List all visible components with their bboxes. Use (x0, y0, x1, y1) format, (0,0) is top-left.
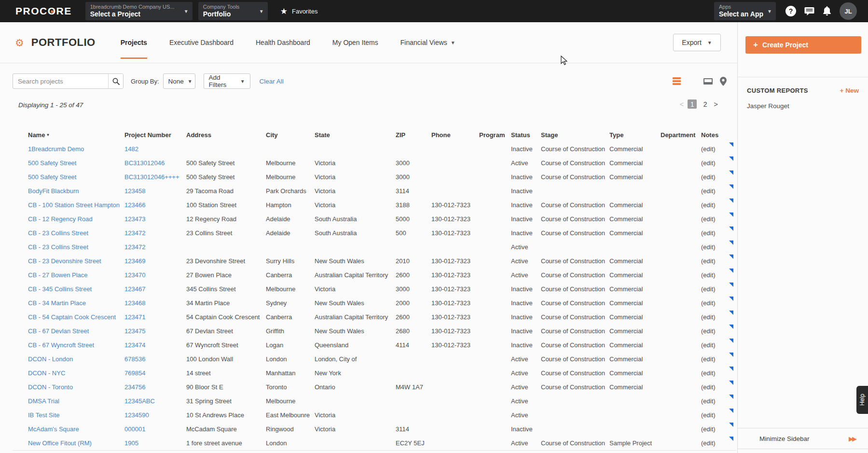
project-name-link[interactable]: 1Breadcrumb Demo (28, 145, 124, 153)
project-number-link[interactable]: 123466 (124, 201, 186, 209)
project-name-link[interactable]: BodyFit Blackburn (28, 187, 124, 195)
create-project-button[interactable]: + Create Project (745, 36, 861, 54)
edit-link[interactable]: (edit) (701, 383, 725, 391)
edit-link[interactable]: (edit) (701, 215, 725, 223)
project-name-link[interactable]: CB - 67 Devlan Street (28, 327, 124, 335)
minimize-sidebar-button[interactable]: Minimize Sidebar ▶▶ (738, 428, 868, 449)
project-name-link[interactable]: CB - 345 Collins Street (28, 285, 124, 293)
list-view-icon[interactable] (673, 77, 681, 85)
edit-link[interactable]: (edit) (701, 313, 725, 321)
column-header-notes[interactable]: Notes (701, 131, 725, 139)
edit-link[interactable]: (edit) (701, 327, 725, 335)
project-number-link[interactable]: 12345ABC (124, 397, 186, 405)
new-report-link[interactable]: + New (840, 87, 859, 94)
edit-link[interactable]: (edit) (701, 257, 725, 265)
project-number-link[interactable]: 1905 (124, 439, 186, 447)
project-name-link[interactable]: DMSA Trial (28, 397, 124, 405)
project-number-link[interactable]: 1482 (124, 145, 186, 153)
column-header-program[interactable]: Program (479, 131, 511, 139)
edit-link[interactable]: (edit) (701, 159, 725, 167)
project-name-link[interactable]: 500 Safety Street (28, 173, 124, 181)
user-avatar[interactable]: JL (840, 2, 857, 20)
tab-my-open-items[interactable]: My Open Items (332, 22, 378, 63)
project-number-link[interactable]: 123467 (124, 285, 186, 293)
chat-icon[interactable] (804, 7, 814, 16)
project-name-link[interactable]: CB - 23 Devonshire Street (28, 257, 124, 265)
project-number-link[interactable]: 123458 (124, 187, 186, 195)
project-name-link[interactable]: New Office Fitout (RM) (28, 439, 124, 447)
project-name-link[interactable]: DCON - London (28, 355, 124, 363)
project-name-link[interactable]: CB - 12 Regency Road (28, 215, 124, 223)
edit-link[interactable]: (edit) (701, 355, 725, 363)
column-header-city[interactable]: City (266, 131, 315, 139)
project-number-link[interactable]: 123472 (124, 229, 186, 237)
project-number-link[interactable]: BC313012046++++ (124, 173, 186, 181)
project-number-link[interactable]: 123473 (124, 215, 186, 223)
card-view-icon[interactable] (703, 78, 713, 85)
column-header-stage[interactable]: Stage (541, 131, 609, 139)
project-number-link[interactable]: 123471 (124, 313, 186, 321)
edit-link[interactable]: (edit) (701, 201, 725, 209)
edit-link[interactable]: (edit) (701, 229, 725, 237)
company-tools-picker[interactable]: Company Tools Portfolio ▼ (198, 2, 268, 20)
column-header-name[interactable]: Name▼ (28, 131, 124, 139)
project-number-link[interactable]: 123470 (124, 271, 186, 279)
project-name-link[interactable]: CB - 54 Captain Cook Crescent (28, 313, 124, 321)
column-header-address[interactable]: Address (186, 131, 266, 139)
favorites-button[interactable]: ★ Favorites (280, 6, 318, 16)
page-2-button[interactable]: 2 (701, 99, 710, 109)
export-button[interactable]: Export ▼ (673, 34, 721, 51)
project-name-link[interactable]: McAdam's Square (28, 425, 124, 433)
project-number-link[interactable]: 123472 (124, 243, 186, 251)
help-icon[interactable]: ? (785, 6, 796, 16)
edit-link[interactable]: (edit) (701, 425, 725, 433)
column-header-department[interactable]: Department (661, 131, 701, 139)
column-header-state[interactable]: State (315, 131, 396, 139)
apps-picker[interactable]: Apps Select an App ▼ (714, 2, 776, 20)
prev-page-icon[interactable]: < (679, 100, 684, 108)
edit-link[interactable]: (edit) (701, 187, 725, 195)
project-name-link[interactable]: CB - 27 Bowen Place (28, 271, 124, 279)
project-picker[interactable]: 1breadcrumb Demo Company US... Select a … (85, 2, 193, 20)
tab-projects[interactable]: Projects (121, 22, 147, 63)
group-by-select[interactable]: None ▼ (163, 73, 195, 89)
edit-link[interactable]: (edit) (701, 271, 725, 279)
tab-financial-views[interactable]: Financial Views▼ (400, 22, 455, 63)
edit-link[interactable]: (edit) (701, 299, 725, 307)
project-name-link[interactable]: CB - 34 Martin Place (28, 299, 124, 307)
help-tab[interactable]: Help (856, 386, 868, 414)
project-name-link[interactable]: DCON - NYC (28, 369, 124, 377)
tab-health-dashboard[interactable]: Health Dashboard (256, 22, 310, 63)
project-name-link[interactable]: CB - 23 Collins Street (28, 229, 124, 237)
edit-link[interactable]: (edit) (701, 243, 725, 251)
project-name-link[interactable]: CB - 100 Station Street Hampton (28, 201, 124, 209)
clear-all-link[interactable]: Clear All (260, 78, 284, 85)
project-name-link[interactable]: CB - 23 Collins Street (28, 243, 124, 251)
project-number-link[interactable]: BC313012046 (124, 159, 186, 167)
settings-gear-icon[interactable]: ⚙ (15, 38, 24, 48)
page-1-button[interactable]: 1 (688, 99, 697, 109)
column-header-status[interactable]: Status (511, 131, 541, 139)
edit-link[interactable]: (edit) (701, 369, 725, 377)
next-page-icon[interactable]: > (714, 100, 718, 108)
grid-view-icon[interactable] (688, 77, 696, 85)
search-input[interactable] (13, 74, 108, 88)
project-number-link[interactable]: 234756 (124, 383, 186, 391)
project-name-link[interactable]: IB Test Site (28, 411, 124, 419)
column-header-zip[interactable]: ZIP (396, 131, 431, 139)
project-number-link[interactable]: 123469 (124, 257, 186, 265)
project-number-link[interactable]: 769854 (124, 369, 186, 377)
search-icon[interactable] (108, 74, 123, 88)
edit-link[interactable]: (edit) (701, 145, 725, 153)
project-name-link[interactable]: CB - 67 Wyncroft Street (28, 341, 124, 349)
project-name-link[interactable]: 500 Safety Street (28, 159, 124, 167)
map-view-icon[interactable] (720, 77, 727, 86)
edit-link[interactable]: (edit) (701, 397, 725, 405)
project-number-link[interactable]: 678536 (124, 355, 186, 363)
project-name-link[interactable]: DCON - Toronto (28, 383, 124, 391)
edit-link[interactable]: (edit) (701, 173, 725, 181)
custom-report-item[interactable]: Jasper Rouget (747, 102, 859, 110)
project-number-link[interactable]: 123475 (124, 327, 186, 335)
edit-link[interactable]: (edit) (701, 341, 725, 349)
project-number-link[interactable]: 000001 (124, 425, 186, 433)
